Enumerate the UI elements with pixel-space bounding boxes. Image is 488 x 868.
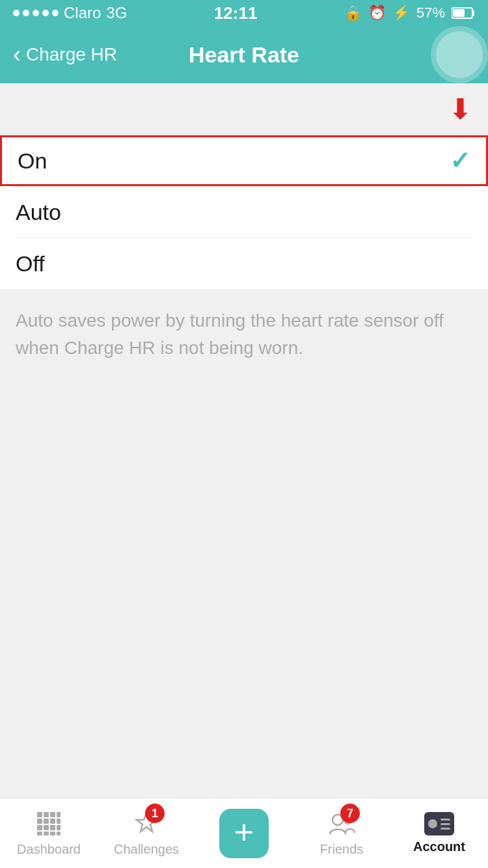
avatar	[431, 26, 488, 83]
option-off-label: Off	[16, 251, 45, 277]
nav-bar: ‹ Charge HR Heart Rate	[0, 26, 488, 83]
svg-rect-14	[57, 825, 61, 830]
signal-dots	[13, 10, 59, 16]
svg-rect-3	[37, 812, 42, 817]
tab-challenges-label: Challenges	[114, 842, 179, 857]
account-line-1	[441, 819, 450, 821]
tab-friends[interactable]: 7 Friends	[293, 798, 390, 868]
back-label: Charge HR	[26, 44, 117, 65]
back-button[interactable]: ‹ Charge HR	[13, 43, 117, 66]
option-off[interactable]: Off	[0, 238, 488, 289]
battery-icon	[452, 7, 475, 19]
svg-rect-18	[57, 832, 61, 835]
download-arrow-icon: ⬇	[448, 95, 472, 124]
svg-rect-8	[44, 819, 49, 824]
svg-rect-12	[44, 825, 49, 830]
plus-icon: +	[234, 815, 254, 849]
tab-account[interactable]: Account	[390, 798, 488, 868]
description-text: Auto saves power by turning the heart ra…	[0, 289, 488, 380]
avatar-inner	[436, 31, 483, 78]
download-arrow-container: ⬇	[0, 83, 488, 135]
network-label: 3G	[106, 4, 127, 22]
svg-rect-5	[50, 812, 55, 817]
options-list: On ✓ Auto Off	[0, 135, 488, 289]
tab-dashboard-label: Dashboard	[17, 842, 81, 857]
signal-dot-1	[13, 10, 20, 16]
signal-dot-4	[42, 10, 49, 16]
empty-space	[0, 380, 488, 705]
back-chevron-icon: ‹	[13, 43, 21, 66]
option-auto-label: Auto	[16, 200, 61, 225]
lock-icon: 🔒	[344, 5, 362, 21]
svg-rect-2	[453, 9, 465, 17]
friends-badge: 7	[340, 804, 360, 823]
option-auto[interactable]: Auto	[0, 187, 488, 237]
add-button[interactable]: +	[219, 809, 269, 858]
tab-bar: Dashboard 1 Challenges + 7 Friends	[0, 798, 488, 868]
account-lines	[441, 819, 450, 830]
account-avatar-shape	[428, 819, 437, 828]
account-icon	[424, 812, 454, 835]
option-on-check: ✓	[450, 146, 470, 175]
svg-rect-16	[44, 832, 49, 835]
svg-rect-7	[37, 819, 42, 824]
svg-rect-11	[37, 825, 42, 830]
svg-rect-13	[50, 825, 55, 830]
battery-label: 57%	[416, 5, 445, 21]
tab-account-label: Account	[413, 839, 465, 854]
status-right: 🔒 ⏰ ⚡ 57%	[344, 5, 475, 21]
bluetooth-icon: ⚡	[392, 5, 410, 21]
signal-dot-5	[52, 10, 59, 16]
svg-rect-15	[37, 832, 42, 835]
tab-friends-label: Friends	[320, 842, 364, 857]
tab-challenges[interactable]: 1 Challenges	[98, 798, 195, 868]
svg-rect-9	[50, 819, 55, 824]
page-title: Heart Rate	[189, 42, 299, 68]
svg-rect-6	[57, 812, 61, 817]
signal-dot-2	[23, 10, 29, 16]
svg-rect-17	[50, 832, 55, 835]
svg-rect-10	[57, 819, 61, 824]
svg-rect-4	[44, 812, 49, 817]
tab-dashboard[interactable]: Dashboard	[0, 798, 98, 868]
alarm-icon: ⏰	[368, 5, 386, 21]
status-bar: Claro 3G 12:11 🔒 ⏰ ⚡ 57%	[0, 0, 488, 26]
account-line-2	[441, 823, 450, 825]
status-time: 12:11	[214, 3, 258, 23]
option-on[interactable]: On ✓	[0, 135, 488, 186]
dashboard-icon	[34, 809, 63, 838]
signal-dot-3	[33, 10, 39, 16]
account-line-3	[441, 828, 450, 830]
challenges-badge: 1	[145, 804, 165, 823]
option-on-label: On	[18, 148, 47, 174]
tab-add[interactable]: +	[195, 798, 293, 868]
carrier-label: Claro	[64, 4, 101, 22]
status-left: Claro 3G	[13, 4, 127, 22]
svg-rect-1	[472, 10, 474, 16]
